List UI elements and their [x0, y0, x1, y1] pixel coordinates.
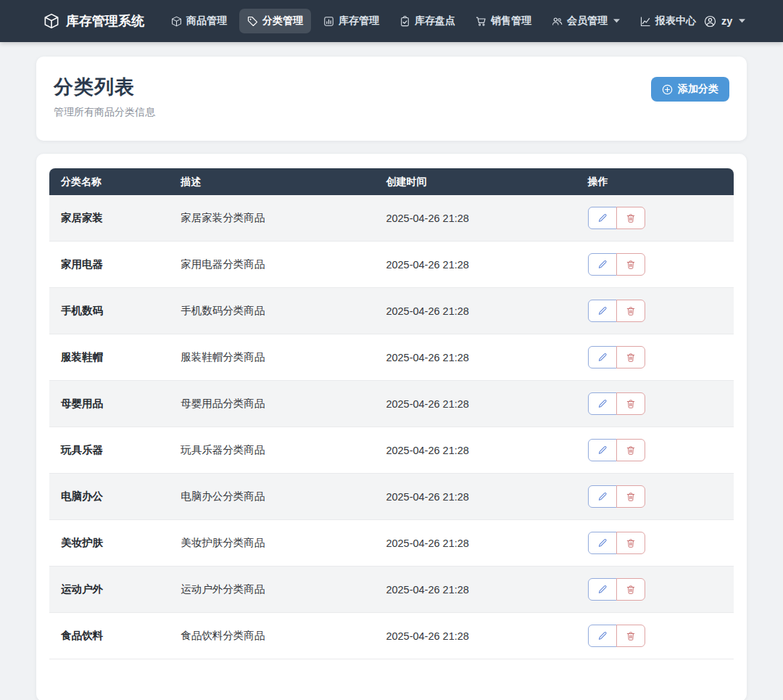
nav-item-products[interactable]: 商品管理 — [163, 9, 235, 33]
cell-created_at: 2025-04-26 21:28 — [374, 567, 576, 613]
table-row: 服装鞋帽服装鞋帽分类商品2025-04-26 21:28 — [49, 334, 734, 381]
nav-item-inventory[interactable]: 库存管理 — [315, 9, 387, 33]
top-navbar: 库存管理系统 商品管理分类管理库存管理库存盘点销售管理会员管理报表中心 zy — [0, 0, 783, 42]
column-header: 创建时间 — [374, 168, 576, 195]
edit-button[interactable] — [588, 532, 617, 554]
bar-chart-icon — [323, 16, 334, 27]
edit-button[interactable] — [588, 485, 617, 508]
row-action-group — [588, 300, 645, 322]
nav-item-label: 商品管理 — [186, 15, 227, 28]
cell-created_at: 2025-04-26 21:28 — [374, 427, 576, 474]
page-header-card: 分类列表 管理所有商品分类信息 添加分类 — [36, 57, 747, 141]
cell-created_at: 2025-04-26 21:28 — [374, 520, 576, 567]
cell-name: 母婴用品 — [49, 381, 169, 427]
column-header: 操作 — [576, 168, 734, 195]
cell-actions — [576, 427, 734, 474]
cell-name: 服装鞋帽 — [49, 334, 169, 381]
trash-icon — [626, 585, 636, 595]
cell-name: 食品饮料 — [49, 613, 169, 659]
box-icon — [171, 16, 182, 27]
delete-button[interactable] — [616, 532, 645, 554]
table-row: 家居家装家居家装分类商品2025-04-26 21:28 — [49, 195, 734, 242]
cell-name: 玩具乐器 — [49, 427, 169, 474]
pencil-icon — [597, 260, 608, 270]
delete-button[interactable] — [616, 392, 645, 415]
clipboard-check-icon — [399, 16, 410, 27]
table-row: 美妆护肤美妆护肤分类商品2025-04-26 21:28 — [49, 520, 734, 567]
nav-item-members[interactable]: 会员管理 — [544, 9, 628, 33]
pencil-icon — [597, 631, 608, 641]
pencil-icon — [597, 353, 608, 363]
page-subtitle: 管理所有商品分类信息 — [54, 106, 155, 119]
trash-icon — [626, 492, 636, 502]
edit-button[interactable] — [588, 207, 617, 229]
category-table: 分类名称描述创建时间操作 家居家装家居家装分类商品2025-04-26 21:2… — [49, 168, 734, 659]
cell-description: 家居家装分类商品 — [169, 195, 374, 242]
row-action-group — [588, 625, 645, 647]
edit-button[interactable] — [588, 392, 617, 415]
pencil-icon — [597, 306, 608, 316]
chevron-down-icon — [739, 19, 745, 23]
cell-created_at: 2025-04-26 21:28 — [374, 334, 576, 381]
cell-actions — [576, 613, 734, 659]
nav-item-categories[interactable]: 分类管理 — [239, 9, 311, 33]
cell-created_at: 2025-04-26 21:28 — [374, 242, 576, 288]
edit-button[interactable] — [588, 625, 617, 647]
people-icon — [552, 16, 563, 27]
user-name: zy — [721, 15, 732, 27]
brand[interactable]: 库存管理系统 — [44, 12, 144, 30]
pencil-icon — [597, 492, 608, 502]
cell-created_at: 2025-04-26 21:28 — [374, 474, 576, 520]
pencil-icon — [597, 399, 608, 409]
person-circle-icon — [704, 15, 716, 28]
delete-button[interactable] — [616, 300, 645, 322]
delete-button[interactable] — [616, 439, 645, 461]
trash-icon — [626, 260, 636, 270]
column-header: 描述 — [169, 168, 374, 195]
trash-icon — [626, 306, 636, 316]
plus-circle-icon — [662, 84, 673, 95]
nav-item-label: 报表中心 — [655, 15, 696, 28]
cell-name: 家居家装 — [49, 195, 169, 242]
cell-description: 服装鞋帽分类商品 — [169, 334, 374, 381]
delete-button[interactable] — [616, 346, 645, 368]
edit-button[interactable] — [588, 578, 617, 601]
delete-button[interactable] — [616, 253, 645, 276]
edit-button[interactable] — [588, 300, 617, 322]
cell-created_at: 2025-04-26 21:28 — [374, 195, 576, 242]
trash-icon — [626, 399, 636, 409]
nav-item-label: 销售管理 — [491, 15, 531, 28]
delete-button[interactable] — [616, 207, 645, 229]
edit-button[interactable] — [588, 346, 617, 368]
nav-item-sales[interactable]: 销售管理 — [468, 9, 539, 33]
table-header: 分类名称描述创建时间操作 — [49, 168, 734, 195]
category-table-card: 分类名称描述创建时间操作 家居家装家居家装分类商品2025-04-26 21:2… — [36, 154, 747, 700]
cell-description: 电脑办公分类商品 — [169, 474, 374, 520]
cell-actions — [576, 520, 734, 567]
edit-button[interactable] — [588, 439, 617, 461]
nav-item-stocktake[interactable]: 库存盘点 — [392, 9, 463, 33]
pencil-icon — [597, 538, 608, 548]
edit-button[interactable] — [588, 253, 617, 276]
cell-actions — [576, 474, 734, 520]
cell-actions — [576, 567, 734, 613]
delete-button[interactable] — [616, 485, 645, 508]
nav-item-reports[interactable]: 报表中心 — [632, 9, 704, 33]
row-action-group — [588, 532, 645, 554]
user-menu[interactable]: zy — [704, 15, 745, 28]
row-action-group — [588, 578, 645, 601]
nav-item-label: 会员管理 — [567, 15, 608, 28]
trash-icon — [626, 538, 636, 548]
cell-name: 美妆护肤 — [49, 520, 169, 567]
cart-icon — [476, 16, 486, 27]
table-row: 玩具乐器玩具乐器分类商品2025-04-26 21:28 — [49, 427, 734, 474]
chevron-down-icon — [613, 19, 620, 23]
delete-button[interactable] — [616, 625, 645, 647]
tag-icon — [247, 16, 258, 27]
row-action-group — [588, 253, 645, 276]
trash-icon — [626, 353, 636, 363]
add-category-button[interactable]: 添加分类 — [651, 77, 729, 102]
cell-actions — [576, 288, 734, 334]
delete-button[interactable] — [616, 578, 645, 601]
table-row: 家用电器家用电器分类商品2025-04-26 21:28 — [49, 242, 734, 288]
